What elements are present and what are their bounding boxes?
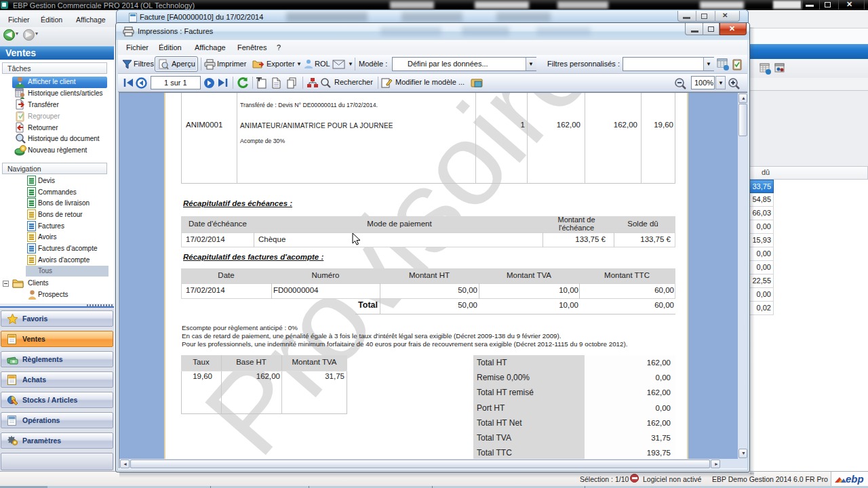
svg-text:ebp: ebp bbox=[846, 473, 864, 485]
